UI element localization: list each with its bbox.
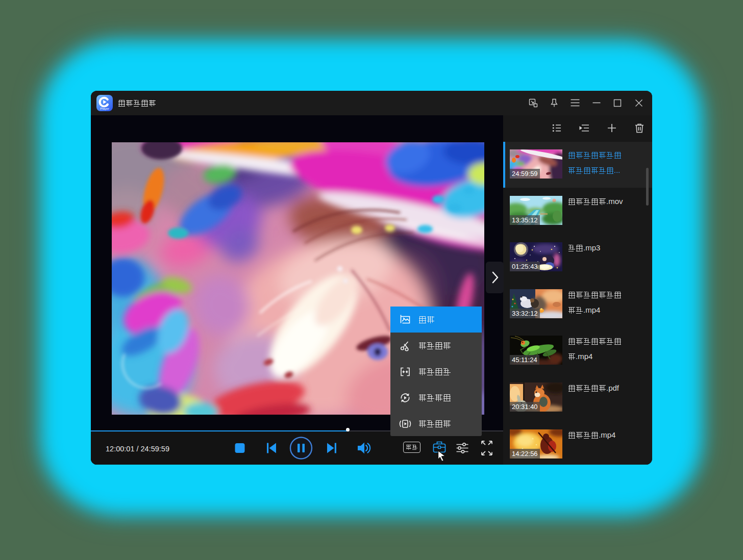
svg-text:Player: Player <box>100 107 109 110</box>
